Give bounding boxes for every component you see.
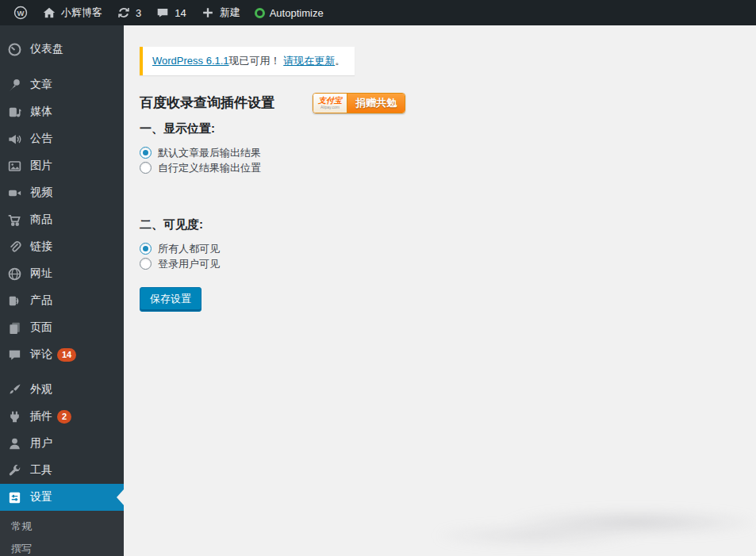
- radio-button-unchecked[interactable]: [140, 258, 152, 270]
- megaphone-icon: [6, 131, 22, 147]
- comment-bubble-icon: [155, 6, 170, 20]
- submenu-item-general[interactable]: 常规: [0, 516, 124, 538]
- media-icon: [6, 104, 22, 120]
- alipay-logo: 支付宝 Alipay.com: [313, 94, 347, 113]
- update-notice: WordPress 6.1.1现已可用！ 请现在更新。: [140, 47, 355, 75]
- paintbrush-icon: [6, 382, 22, 397]
- wordpress-logo-icon: W: [13, 6, 28, 20]
- sidebar-item-announcements[interactable]: 公告: [0, 125, 124, 152]
- sidebar-item-users[interactable]: 用户: [0, 430, 124, 457]
- page-title: 百度收录查询插件设置: [140, 94, 274, 112]
- sidebar-item-links[interactable]: 链接: [0, 233, 124, 260]
- sidebar-item-settings[interactable]: 设置: [0, 484, 124, 511]
- settings-sliders-icon: [6, 489, 22, 505]
- pages-icon: [6, 320, 22, 336]
- new-content-label: 新建: [220, 6, 240, 20]
- home-icon: [42, 6, 56, 20]
- comments-icon: [6, 347, 22, 362]
- autoptimize-menu[interactable]: Autoptimize: [248, 0, 331, 25]
- display-position-options: 默认文章最后输出结果 自行定义结果输出位置: [140, 145, 756, 175]
- comment-count: 14: [175, 7, 186, 19]
- sidebar-item-goods[interactable]: 商品: [0, 206, 124, 233]
- notice-period: 。: [335, 55, 345, 67]
- wrench-icon: [6, 462, 22, 478]
- product-box-icon: [6, 293, 22, 309]
- radio-button-checked[interactable]: [140, 147, 152, 159]
- updates-menu[interactable]: 3: [109, 0, 148, 25]
- wordpress-version-link[interactable]: WordPress 6.1.1: [152, 55, 229, 67]
- section-visibility-heading: 二、可见度:: [140, 217, 756, 232]
- notice-text: 现已可用！: [229, 55, 281, 67]
- radio-loggedin-visible[interactable]: 登录用户可见: [140, 256, 756, 271]
- site-name-menu[interactable]: 小辉博客: [35, 0, 109, 25]
- radio-default-output[interactable]: 默认文章最后输出结果: [140, 145, 756, 160]
- cart-icon: [6, 212, 22, 228]
- title-row: 百度收录查询插件设置 支付宝 Alipay.com 捐赠共勉: [140, 92, 756, 113]
- radio-everyone-visible[interactable]: 所有人都可见: [140, 241, 756, 256]
- settings-submenu: 常规 撰写: [0, 511, 124, 556]
- sidebar-item-comments[interactable]: 评论 14: [0, 341, 124, 368]
- comments-count-badge: 14: [57, 348, 76, 362]
- plus-icon: [201, 6, 215, 20]
- svg-text:W: W: [17, 9, 25, 17]
- update-icon: [117, 6, 131, 20]
- sidebar-item-posts[interactable]: 文章: [0, 71, 124, 98]
- visibility-options: 所有人都可见 登录用户可见: [140, 241, 756, 271]
- save-settings-button[interactable]: 保存设置: [140, 287, 201, 312]
- autoptimize-label: Autoptimize: [270, 7, 324, 19]
- update-now-link[interactable]: 请现在更新: [283, 55, 335, 67]
- pushpin-icon: [6, 77, 22, 93]
- wordpress-admin-screen: W 小辉博客 3 14: [0, 0, 756, 556]
- section-display-position-heading: 一、显示位置:: [140, 121, 756, 136]
- plugin-icon: [6, 408, 22, 424]
- new-content-menu[interactable]: 新建: [194, 0, 248, 25]
- sidebar-item-tools[interactable]: 工具: [0, 457, 124, 484]
- submenu-item-writing[interactable]: 撰写: [0, 538, 124, 556]
- radio-button-checked[interactable]: [140, 243, 152, 255]
- sidebar-item-dashboard[interactable]: 仪表盘: [0, 36, 124, 63]
- sidebar-item-videos[interactable]: 视频: [0, 179, 124, 206]
- image-icon: [6, 158, 22, 174]
- sidebar-item-products[interactable]: 产品: [0, 287, 124, 314]
- sidebar-item-appearance[interactable]: 外观: [0, 376, 124, 403]
- radio-custom-output[interactable]: 自行定义结果输出位置: [140, 160, 756, 175]
- radio-button-unchecked[interactable]: [140, 162, 152, 174]
- sidebar-item-pages[interactable]: 页面: [0, 314, 124, 341]
- sidebar-item-media[interactable]: 媒体: [0, 98, 124, 125]
- comments-menu[interactable]: 14: [148, 0, 193, 25]
- admin-sidebar: 仪表盘 文章 媒体 公告 图片: [0, 25, 124, 556]
- paperclip-icon: [6, 239, 22, 255]
- user-icon: [6, 435, 22, 451]
- donate-button[interactable]: 支付宝 Alipay.com 捐赠共勉: [313, 93, 405, 113]
- dashboard-icon: [6, 41, 22, 57]
- globe-icon: [6, 266, 22, 282]
- watermark-smudge: [439, 503, 756, 546]
- site-name-label: 小辉博客: [61, 6, 102, 20]
- donate-label: 捐赠共勉: [347, 94, 405, 113]
- sidebar-item-urls[interactable]: 网址: [0, 260, 124, 287]
- sidebar-item-images[interactable]: 图片: [0, 152, 124, 179]
- sidebar-item-plugins[interactable]: 插件 2: [0, 403, 124, 430]
- autoptimize-icon: [255, 8, 265, 18]
- admin-bar: W 小辉博客 3 14: [0, 0, 756, 25]
- plugins-count-badge: 2: [57, 410, 71, 424]
- video-camera-icon: [6, 185, 22, 201]
- main-content: WordPress 6.1.1现已可用！ 请现在更新。 百度收录查询插件设置 支…: [124, 25, 756, 556]
- update-count: 3: [136, 7, 141, 19]
- wp-logo-menu[interactable]: W: [6, 0, 35, 25]
